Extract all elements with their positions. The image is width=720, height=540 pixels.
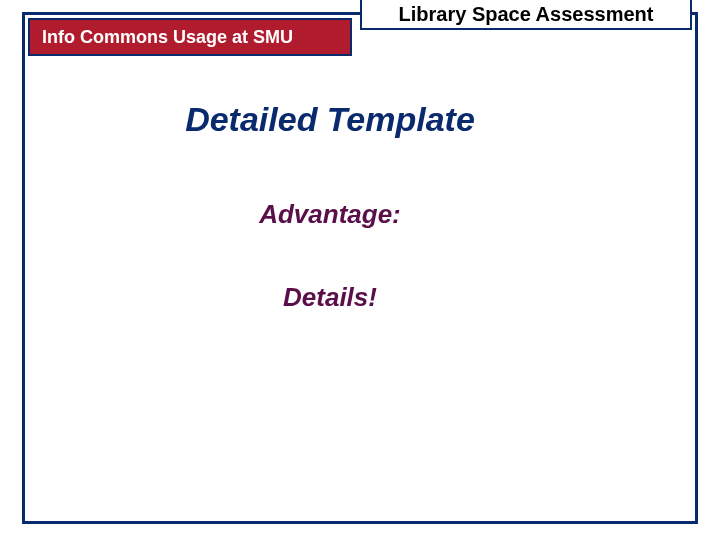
title-bar: Library Space Assessment xyxy=(360,0,692,30)
content-area: Detailed Template Advantage: Details! xyxy=(22,80,698,524)
main-heading: Detailed Template xyxy=(2,100,658,139)
header-band-text: Info Commons Usage at SMU xyxy=(42,27,293,48)
sub-heading-details: Details! xyxy=(2,282,658,313)
sub-heading-advantage: Advantage: xyxy=(2,199,658,230)
title-bar-text: Library Space Assessment xyxy=(399,3,654,26)
header-band: Info Commons Usage at SMU xyxy=(28,18,352,56)
slide: Library Space Assessment Info Commons Us… xyxy=(0,0,720,540)
